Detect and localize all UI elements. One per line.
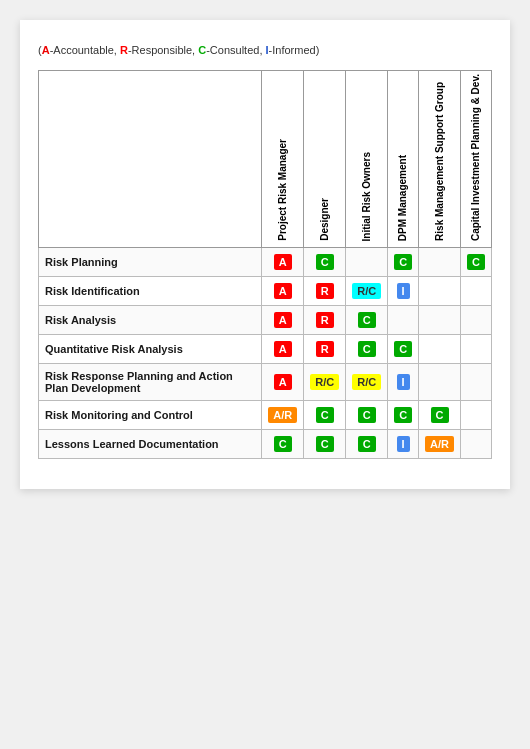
role-cell: C — [304, 401, 346, 430]
role-badge: C — [358, 312, 376, 328]
row-label-cell: Quantitative Risk Analysis — [39, 335, 262, 364]
table-row: Risk Response Planning and Action Plan D… — [39, 364, 492, 401]
role-cell: C — [388, 335, 419, 364]
role-badge: R/C — [352, 374, 381, 390]
role-cell: A — [262, 306, 304, 335]
col-header-designer: Designer — [304, 71, 346, 248]
table-row: Risk Monitoring and ControlA/RCCCC — [39, 401, 492, 430]
role-cell: A — [262, 335, 304, 364]
col-header-initial-risk-owners: Initial Risk Owners — [346, 71, 388, 248]
table-header-row: Project Risk Manager Designer Initial Ri… — [39, 71, 492, 248]
role-cell: C — [346, 430, 388, 459]
role-badge: A — [274, 254, 292, 270]
role-cell: C — [304, 248, 346, 277]
role-cell: A — [262, 364, 304, 401]
table-body: Risk PlanningACCCRisk IdentificationARR/… — [39, 248, 492, 459]
role-cell: C — [388, 401, 419, 430]
row-label-cell: Risk Monitoring and Control — [39, 401, 262, 430]
col-header-label — [39, 71, 262, 248]
role-badge: A — [274, 374, 292, 390]
legend-a: A — [42, 44, 50, 56]
row-label-cell: Risk Planning — [39, 248, 262, 277]
role-badge: A/R — [425, 436, 454, 452]
role-cell: C — [346, 335, 388, 364]
table-row: Risk IdentificationARR/CI — [39, 277, 492, 306]
legend-i: I — [266, 44, 269, 56]
role-cell — [419, 248, 461, 277]
role-badge: R — [316, 341, 334, 357]
role-cell: R — [304, 335, 346, 364]
role-cell — [461, 335, 492, 364]
role-badge: A/R — [268, 407, 297, 423]
role-cell — [461, 430, 492, 459]
col-header-dpm: DPM Management — [388, 71, 419, 248]
role-badge: C — [431, 407, 449, 423]
role-cell: I — [388, 364, 419, 401]
role-badge: C — [316, 254, 334, 270]
role-cell: C — [304, 430, 346, 459]
role-cell: A — [262, 248, 304, 277]
role-badge: A — [274, 312, 292, 328]
role-badge: R — [316, 312, 334, 328]
role-cell: C — [346, 401, 388, 430]
role-cell — [461, 306, 492, 335]
role-cell — [461, 277, 492, 306]
role-badge: C — [394, 341, 412, 357]
role-cell: R/C — [346, 277, 388, 306]
row-label-cell: Risk Response Planning and Action Plan D… — [39, 364, 262, 401]
responsibility-table: Project Risk Manager Designer Initial Ri… — [38, 70, 492, 459]
role-cell: A/R — [262, 401, 304, 430]
role-badge: C — [358, 436, 376, 452]
role-cell — [419, 335, 461, 364]
role-cell: C — [419, 401, 461, 430]
role-badge: R/C — [310, 374, 339, 390]
role-cell — [388, 306, 419, 335]
role-badge: A — [274, 283, 292, 299]
role-badge: I — [397, 283, 410, 299]
row-label-cell: Risk Analysis — [39, 306, 262, 335]
header: (A-Accountable, R-Responsible, C-Consult… — [38, 44, 492, 56]
role-cell — [419, 277, 461, 306]
role-cell: R/C — [346, 364, 388, 401]
role-cell: A — [262, 277, 304, 306]
legend-c: C — [198, 44, 206, 56]
role-cell — [419, 306, 461, 335]
role-cell: R/C — [304, 364, 346, 401]
col-header-project-manager: Project Risk Manager — [262, 71, 304, 248]
role-badge: C — [274, 436, 292, 452]
role-cell: C — [346, 306, 388, 335]
role-cell: C — [388, 248, 419, 277]
col-header-risk-mgmt: Risk Management Support Group — [419, 71, 461, 248]
role-cell: R — [304, 277, 346, 306]
role-badge: R — [316, 283, 334, 299]
table-row: Lessons Learned DocumentationCCCIA/R — [39, 430, 492, 459]
role-badge: C — [316, 407, 334, 423]
role-badge: C — [467, 254, 485, 270]
role-cell: A/R — [419, 430, 461, 459]
row-label-cell: Risk Identification — [39, 277, 262, 306]
legend-r: R — [120, 44, 128, 56]
role-badge: I — [397, 374, 410, 390]
role-badge: C — [358, 407, 376, 423]
role-cell: C — [461, 248, 492, 277]
table-row: Risk PlanningACCC — [39, 248, 492, 277]
role-cell: C — [262, 430, 304, 459]
role-badge: A — [274, 341, 292, 357]
row-label-cell: Lessons Learned Documentation — [39, 430, 262, 459]
role-cell — [461, 364, 492, 401]
role-cell: I — [388, 277, 419, 306]
role-cell — [419, 364, 461, 401]
table-row: Risk AnalysisARC — [39, 306, 492, 335]
col-header-capital: Capital Investment Planning & Dev. — [461, 71, 492, 248]
role-cell: I — [388, 430, 419, 459]
role-cell — [461, 401, 492, 430]
table-row: Quantitative Risk AnalysisARCC — [39, 335, 492, 364]
role-badge: I — [397, 436, 410, 452]
role-badge: C — [358, 341, 376, 357]
role-cell — [346, 248, 388, 277]
role-cell: R — [304, 306, 346, 335]
legend: (A-Accountable, R-Responsible, C-Consult… — [38, 44, 492, 56]
role-badge: C — [394, 254, 412, 270]
role-badge: C — [394, 407, 412, 423]
page: (A-Accountable, R-Responsible, C-Consult… — [20, 20, 510, 489]
